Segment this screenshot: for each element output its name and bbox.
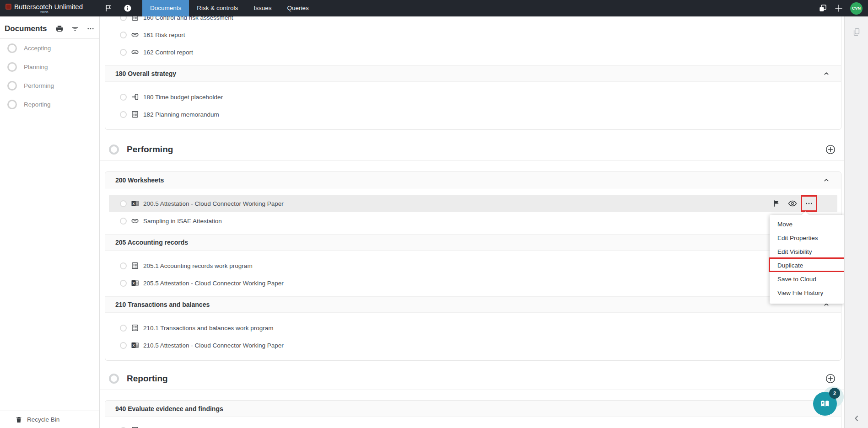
document-link[interactable]: 180 Time budget placeholder <box>143 94 223 101</box>
print-icon[interactable] <box>55 24 64 34</box>
folder-header-200[interactable]: 200 Worksheets <box>105 172 841 188</box>
document-row[interactable]: 161 Risk report <box>109 26 837 43</box>
visibility-eye-icon[interactable] <box>788 199 797 208</box>
flag-icon[interactable] <box>104 4 113 13</box>
documents-panel-icon[interactable] <box>852 27 861 37</box>
documents-main-panel: 160 Control and risk assessment 161 Risk… <box>100 16 844 428</box>
work-program-icon <box>131 324 139 332</box>
add-icon[interactable] <box>834 4 843 13</box>
excel-icon: X <box>131 279 139 287</box>
folder-header-210[interactable]: 210 Transactions and balances <box>105 296 841 313</box>
phase-status-circle[interactable] <box>109 374 119 384</box>
row-checkbox[interactable] <box>120 218 127 225</box>
recycle-bin[interactable]: Recycle Bin <box>0 411 99 428</box>
row-checkbox[interactable] <box>120 262 127 269</box>
document-row-partial[interactable]: 160 Control and risk assessment <box>109 16 837 26</box>
work-program-icon <box>131 262 139 270</box>
menu-item-save-to-cloud[interactable]: Save to Cloud <box>770 273 844 286</box>
document-row[interactable]: 182 Planning memorandum <box>109 106 837 123</box>
document-row[interactable]: 210.1 Transactions and balances work pro… <box>109 319 837 337</box>
right-utility-rail <box>844 16 868 428</box>
work-program-icon <box>131 16 139 21</box>
recycle-bin-label: Recycle Bin <box>27 416 59 423</box>
work-program-icon <box>131 426 139 428</box>
add-document-icon[interactable] <box>825 373 836 384</box>
row-checkbox[interactable] <box>120 94 127 101</box>
entity-brand[interactable]: Butterscotch Unlimited 2026 <box>5 3 83 14</box>
menu-item-view-file-history[interactable]: View File History <box>770 286 844 300</box>
add-document-icon[interactable] <box>825 144 836 155</box>
folder-title: 205 Accounting records <box>115 239 188 246</box>
folder-header-940[interactable]: 940 Evaluate evidence and findings <box>105 401 841 417</box>
document-link[interactable]: 210.1 Transactions and balances work pro… <box>143 325 273 332</box>
document-row[interactable]: 162 Control report <box>109 43 837 61</box>
menu-item-edit-properties[interactable]: Edit Properties <box>770 231 844 245</box>
document-row[interactable]: 205.1 Accounting records work program <box>109 257 837 274</box>
row-checkbox[interactable] <box>120 325 127 332</box>
menu-item-move[interactable]: Move <box>770 218 844 231</box>
document-link[interactable]: 200.5 Attestation - Cloud Connector Work… <box>143 200 284 207</box>
phase-title: Reporting <box>127 374 168 384</box>
document-link[interactable]: 182 Planning memorandum <box>143 111 219 118</box>
document-link[interactable]: 161 Risk report <box>143 32 185 38</box>
annotation-red-box-ellipsis <box>801 195 817 212</box>
sidebar-item-reporting[interactable]: Reporting <box>0 95 99 114</box>
tab-risk-controls[interactable]: Risk & controls <box>189 0 246 16</box>
document-link[interactable]: 162 Control report <box>143 49 193 56</box>
chevron-up-icon[interactable] <box>823 70 830 77</box>
folder-header-205[interactable]: 205 Accounting records <box>105 234 841 251</box>
entity-year: 2026 <box>40 10 49 14</box>
document-row[interactable]: X 205.5 Attestation - Cloud Connector Wo… <box>109 274 837 292</box>
row-checkbox[interactable] <box>120 280 127 287</box>
phase-heading-performing: Performing <box>100 139 844 161</box>
document-link[interactable]: Sampling in ISAE Attestation <box>143 218 222 225</box>
document-link[interactable]: 205.1 Accounting records work program <box>143 262 253 269</box>
excel-icon: X <box>131 199 139 208</box>
chevron-up-icon[interactable] <box>823 177 830 184</box>
tab-documents[interactable]: Documents <box>142 0 189 16</box>
sidebar-item-planning[interactable]: Planning <box>0 58 99 76</box>
sign-off-flag-icon[interactable] <box>772 199 781 208</box>
sidebar-item-accepting[interactable]: Accepting <box>0 39 99 58</box>
folder-title: 210 Transactions and balances <box>115 301 210 308</box>
row-more-options-icon[interactable] <box>805 199 813 208</box>
context-menu-caret <box>802 211 809 215</box>
document-link[interactable]: 160 Control and risk assessment <box>143 16 233 21</box>
filter-icon[interactable] <box>71 24 79 34</box>
document-row[interactable]: X 210.5 Attestation - Cloud Connector Wo… <box>109 337 837 354</box>
info-icon[interactable] <box>123 4 132 13</box>
row-checkbox[interactable] <box>120 16 127 21</box>
menu-item-duplicate[interactable]: Duplicate <box>770 259 844 273</box>
guide-book-icon <box>819 398 830 409</box>
entity-name: Butterscotch Unlimited <box>14 3 83 11</box>
windows-icon[interactable] <box>818 4 827 13</box>
phase-status-circle <box>7 81 17 91</box>
sidebar-item-performing[interactable]: Performing <box>0 76 99 95</box>
trash-icon <box>15 416 22 423</box>
excel-icon: X <box>131 341 139 349</box>
user-avatar[interactable]: CVN <box>850 2 863 15</box>
document-row-selected[interactable]: X 200.5 Attestation - Cloud Connector Wo… <box>109 195 837 212</box>
tab-issues[interactable]: Issues <box>246 0 279 16</box>
top-nav-bar: Butterscotch Unlimited 2026 Documents Ri… <box>0 0 868 16</box>
performing-documents-card: 200 Worksheets X 200.5 Attestation - Clo… <box>105 171 841 361</box>
row-checkbox[interactable] <box>120 342 127 349</box>
collapse-panel-chevron-icon[interactable] <box>852 414 861 423</box>
phase-status-circle[interactable] <box>109 144 119 155</box>
row-checkbox[interactable] <box>120 111 127 118</box>
tab-queries[interactable]: Queries <box>279 0 316 16</box>
more-options-icon[interactable] <box>86 24 95 34</box>
document-row[interactable]: 180 Time budget placeholder <box>109 88 837 106</box>
document-row[interactable]: Sampling in ISAE Attestation <box>109 212 837 230</box>
document-link[interactable]: 205.5 Attestation - Cloud Connector Work… <box>143 280 284 287</box>
row-checkbox[interactable] <box>120 32 127 38</box>
row-checkbox[interactable] <box>120 49 127 56</box>
entity-logo-icon <box>5 4 11 10</box>
document-link[interactable]: 210.5 Attestation - Cloud Connector Work… <box>143 342 284 349</box>
folder-title: 180 Overall strategy <box>115 70 176 77</box>
menu-item-edit-visibility[interactable]: Edit Visibility <box>770 245 844 259</box>
main-nav-tabs: Documents Risk & controls Issues Queries <box>142 0 317 16</box>
row-checkbox[interactable] <box>120 200 127 207</box>
document-row-partial[interactable]: 940.1 <box>109 422 837 428</box>
folder-header-180[interactable]: 180 Overall strategy <box>105 65 841 82</box>
